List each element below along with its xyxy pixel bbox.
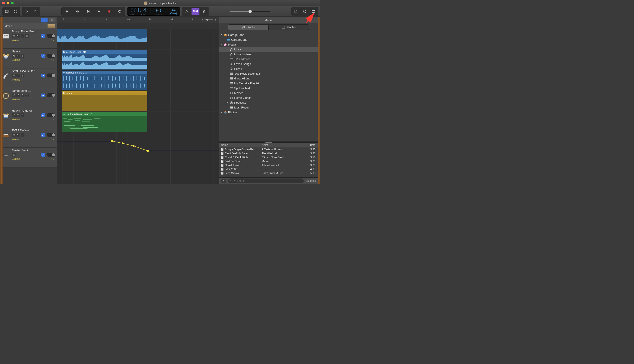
solo-button[interactable] <box>16 113 20 117</box>
automation-param[interactable]: Volume⌃⌄ <box>12 138 56 140</box>
song-row[interactable]: Ghost TownAdam Lambert3:28 <box>219 163 318 167</box>
track-name[interactable]: Tambourine 01 <box>12 89 56 92</box>
notepad-button[interactable] <box>292 8 300 15</box>
tab-movies[interactable]: Movies <box>268 24 309 30</box>
search-field[interactable]: ▾ <box>228 178 304 183</box>
timeline[interactable]: 57911131517 Strat Disco Guitar ◇Tambo <box>57 17 219 184</box>
automation-param[interactable]: Volume⌃⌄ <box>12 78 56 81</box>
tree-item[interactable]: '70s Rock Essentials <box>219 71 318 76</box>
library-button[interactable] <box>3 8 11 15</box>
tree-item[interactable]: GarageBand <box>219 37 318 42</box>
help-button[interactable]: ? <box>12 8 20 15</box>
track-row[interactable]: Heavy (Anders) Volume⌃⌄ <box>3 108 57 128</box>
tree-item[interactable]: Movies <box>219 90 318 95</box>
source-tree[interactable]: ▼GarageBandGarageBand▼MediaMusicMusic Vi… <box>219 32 318 142</box>
lock-button[interactable] <box>21 133 24 137</box>
automation-button[interactable] <box>41 18 48 22</box>
song-row[interactable]: Feel So GoodMase3:23 <box>219 159 318 163</box>
song-row[interactable]: Couldn't Get It RightClimax Blues Band3:… <box>219 155 318 159</box>
automation-mode-button[interactable] <box>42 153 45 157</box>
solo-button[interactable] <box>16 34 20 38</box>
tree-item[interactable]: Loved Songs <box>219 62 318 66</box>
close-window[interactable] <box>2 2 5 4</box>
lcd-display[interactable]: 001. 4 BARBEAT 80TEMPO 4/4Cmaj <box>127 7 180 16</box>
zoom-window[interactable] <box>11 2 14 4</box>
track-name[interactable]: Strat Disco Guitar <box>12 69 56 72</box>
track-row[interactable]: Tambourine 01 Volume⌃⌄ <box>3 88 57 108</box>
automation-param[interactable]: Volume⌃⌄ <box>12 118 56 120</box>
tree-item[interactable]: Home Videos <box>219 95 318 100</box>
automation-mode-button[interactable] <box>42 94 45 97</box>
enable-toggle[interactable] <box>47 93 56 97</box>
editors-button[interactable] <box>32 8 40 15</box>
song-row[interactable]: IMG_20064:35 <box>219 167 318 171</box>
solo-button[interactable] <box>16 74 20 78</box>
mute-button[interactable] <box>12 54 16 58</box>
automation-mode-button[interactable] <box>42 54 45 58</box>
mute-button[interactable] <box>12 34 16 38</box>
song-row[interactable]: Can't Feel My FaceThe Weeknd3:33 <box>219 152 318 155</box>
loop-browser-button[interactable] <box>301 8 309 15</box>
play-button[interactable] <box>94 8 104 15</box>
stop-button[interactable] <box>83 8 93 15</box>
lock-button[interactable] <box>12 153 16 157</box>
tree-item[interactable]: Music Videos <box>219 52 318 56</box>
minimize-window[interactable] <box>6 2 9 4</box>
movie-track[interactable]: Movie <box>3 23 57 29</box>
lcd-sig[interactable]: 4/4 <box>172 8 176 12</box>
tab-audio[interactable]: Audio <box>228 24 268 30</box>
automation-mode-button[interactable] <box>42 113 45 117</box>
mute-button[interactable] <box>12 133 16 137</box>
lock-button[interactable] <box>21 94 24 97</box>
tree-item[interactable]: Music <box>219 47 318 52</box>
input-button[interactable] <box>25 94 29 97</box>
automation-param[interactable]: Volume⌃⌄ <box>12 39 56 41</box>
song-row[interactable]: Let's GrooveEarth, Wind & Fire5:15 <box>219 171 318 175</box>
metronome-button[interactable] <box>200 8 208 15</box>
lock-button[interactable] <box>21 34 24 38</box>
track-name[interactable]: Master Track <box>12 148 56 152</box>
tuner-button[interactable] <box>183 8 191 15</box>
media-browser-button[interactable] <box>310 8 318 15</box>
add-track-button[interactable]: + <box>4 18 10 22</box>
automation-param[interactable]: Volume⌃⌄ <box>12 98 56 101</box>
mute-button[interactable] <box>12 74 16 78</box>
tree-item[interactable]: Most Recent <box>219 105 318 110</box>
automation-param[interactable]: Volume⌃⌄ <box>12 158 56 160</box>
track-name[interactable]: Bongo Room Beat <box>12 30 56 33</box>
lcd-key[interactable]: Cmaj <box>170 12 177 15</box>
automation-mode-button[interactable] <box>42 74 45 78</box>
smart-controls-button[interactable] <box>23 8 30 15</box>
tree-item[interactable]: TV & Movies <box>219 56 318 62</box>
lock-button[interactable] <box>21 74 24 78</box>
enable-toggle[interactable] <box>47 133 56 137</box>
track-name[interactable]: EVB3 Default <box>12 129 56 132</box>
track-row[interactable]: Heavy Volume⌃⌄ <box>3 49 57 68</box>
track-name[interactable]: Heavy <box>12 50 56 53</box>
ruler[interactable]: 57911131517 <box>57 17 219 23</box>
catch-button[interactable] <box>49 18 56 22</box>
lcd-tempo[interactable]: 80 <box>156 8 161 13</box>
enable-toggle[interactable] <box>47 113 56 117</box>
tree-item[interactable]: GarageBand <box>219 76 318 81</box>
solo-button[interactable] <box>16 54 20 58</box>
record-button[interactable] <box>104 8 114 15</box>
search-input[interactable] <box>237 179 302 182</box>
track-row[interactable]: Bongo Room Beat Volume⌃⌄ <box>3 29 57 49</box>
tree-item[interactable]: My Favorite Playlist <box>219 81 318 86</box>
automation-param[interactable]: Volume⌃⌄ <box>12 58 56 61</box>
zoom-slider[interactable] <box>202 18 217 21</box>
automation-mode-button[interactable] <box>42 34 45 38</box>
tree-item[interactable]: ▶Photos <box>219 110 318 115</box>
solo-button[interactable] <box>16 133 20 137</box>
input-button[interactable] <box>25 34 29 38</box>
track-row[interactable]: Master Track Volume⌃⌄ <box>3 148 57 168</box>
preview-play-button[interactable] <box>221 179 226 183</box>
song-row[interactable]: Boogie Oogie Oogie (Re-…A Taste of Honey… <box>219 148 318 152</box>
rewind-button[interactable] <box>62 8 72 15</box>
enable-toggle[interactable] <box>47 34 56 38</box>
solo-button[interactable] <box>16 94 20 97</box>
tree-item[interactable]: Playlist <box>219 66 318 71</box>
cycle-button[interactable] <box>115 8 124 15</box>
countin-button[interactable]: 1234 <box>192 8 200 15</box>
